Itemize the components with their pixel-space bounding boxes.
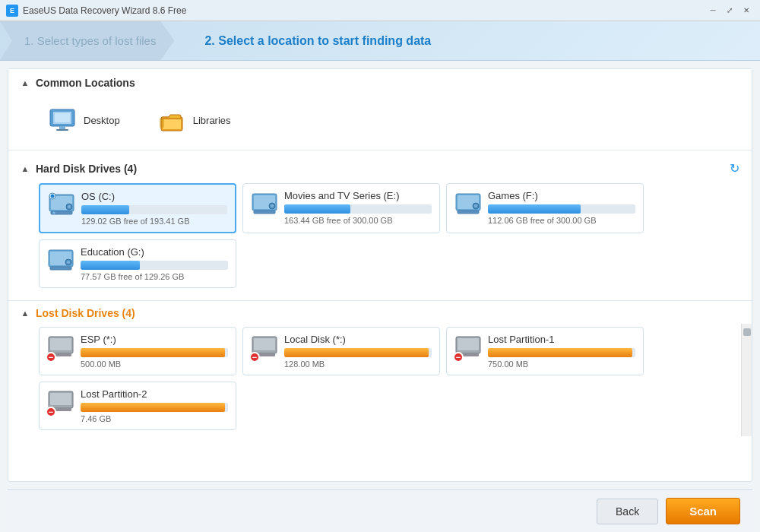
drive-esp-size: 500.00 MB: [81, 359, 228, 369]
lost-badge: −: [453, 352, 464, 363]
hdd-os-icon: [48, 191, 75, 218]
lost-esp-icon: −: [47, 334, 74, 361]
svg-point-11: [68, 205, 71, 208]
drive-esp-info: ESP (*:) 500.00 MB: [81, 334, 228, 369]
drive-games-f-info: Games (F:) 112.06 GB free of 300.00 GB: [488, 190, 635, 225]
svg-point-24: [474, 204, 477, 207]
lost-drives-scroll[interactable]: − ESP (*:) 500.00 MB: [8, 324, 741, 436]
libraries-icon: [158, 106, 185, 134]
lost-partition2-icon: −: [47, 388, 74, 416]
step1[interactable]: 1. Select types of lost files: [0, 21, 174, 60]
svg-point-29: [67, 261, 70, 264]
common-locations-toggle[interactable]: ▲: [21, 78, 30, 87]
svg-rect-25: [458, 211, 479, 214]
drive-local-info: Local Disk (*:) 128.00 MB: [284, 334, 432, 369]
drive-lost-partition2-info: Lost Partition-2 7.46 GB: [81, 388, 228, 423]
step2: 2. Select a location to start finding da…: [174, 21, 449, 60]
drive-lost-partition1-progress-bg: [488, 348, 635, 357]
lost-drives-grid: − ESP (*:) 500.00 MB: [8, 324, 741, 436]
drive-movies-e-info: Movies and TV Series (E:) 163.44 GB free…: [284, 190, 432, 225]
svg-point-13: [53, 212, 55, 214]
svg-rect-2: [59, 126, 65, 129]
lost-drives-toggle[interactable]: ▲: [21, 309, 30, 318]
scrollbar[interactable]: [741, 324, 752, 436]
drive-os-c-info: OS (C:) 129.02 GB free of 193.41 GB: [81, 191, 227, 226]
hdd-title: Hard Disk Drives (4): [36, 163, 137, 175]
close-button[interactable]: ✕: [739, 3, 754, 18]
common-locations-header: ▲ Common Locations: [8, 69, 752, 93]
drive-education-g[interactable]: Education (G:) 77.57 GB free of 129.26 G…: [39, 239, 236, 288]
hdd-movies-icon: [251, 190, 278, 217]
hdd-header: ▲ Hard Disk Drives (4) ↻: [8, 154, 752, 180]
minimize-button[interactable]: ─: [705, 3, 720, 18]
drive-esp-name: ESP (*:): [81, 334, 228, 345]
hdd-grid: OS (C:) 129.02 GB free of 193.41 GB: [8, 180, 752, 294]
drive-education-g-progress-fill: [81, 261, 140, 270]
drive-esp[interactable]: − ESP (*:) 500.00 MB: [39, 327, 236, 375]
drive-local-progress-fill: [284, 348, 429, 357]
content-scroll[interactable]: ▲ Common Locations Desktop: [8, 69, 752, 481]
footer: Back Scan: [8, 489, 752, 532]
drive-lost-partition1-size: 750.00 MB: [488, 359, 635, 369]
drive-lost-partition-1[interactable]: − Lost Partition-1 750.00 MB: [446, 327, 644, 375]
svg-rect-30: [50, 267, 71, 270]
drive-esp-progress-fill: [81, 348, 225, 357]
libraries-location[interactable]: Libraries: [148, 100, 241, 141]
hdd-education-icon: [47, 246, 74, 274]
drive-games-f-name: Games (F:): [488, 190, 635, 201]
drive-os-c-name: OS (C:): [81, 191, 227, 202]
svg-rect-6: [163, 119, 181, 129]
lost-local-icon: −: [251, 334, 278, 361]
drive-os-c[interactable]: OS (C:) 129.02 GB free of 193.41 GB: [39, 183, 236, 233]
drive-education-g-info: Education (G:) 77.57 GB free of 129.26 G…: [81, 246, 228, 281]
drive-local-name: Local Disk (*:): [284, 334, 432, 345]
libraries-label: Libraries: [193, 115, 231, 126]
lost-drives-title: Lost Disk Drives (4): [36, 307, 135, 319]
svg-point-19: [271, 204, 274, 207]
hdd-toggle[interactable]: ▲: [21, 164, 30, 173]
drive-lost-partition1-name: Lost Partition-1: [488, 334, 635, 345]
svg-rect-4: [55, 113, 70, 122]
drive-lost-partition2-progress-fill: [81, 403, 225, 412]
drive-lost-partition2-name: Lost Partition-2: [81, 388, 228, 400]
drive-lost-partition2-progress-bg: [81, 403, 228, 412]
common-locations-title: Common Locations: [36, 77, 135, 89]
drive-local[interactable]: − Local Disk (*:) 128.00 MB: [242, 327, 440, 375]
main-panel: ▲ Common Locations Desktop: [8, 68, 752, 482]
drive-education-g-progress-bg: [81, 261, 228, 270]
scroll-thumb[interactable]: [743, 328, 751, 336]
svg-rect-3: [56, 129, 68, 131]
hdd-games-icon: [454, 190, 482, 217]
refresh-button[interactable]: ↻: [730, 161, 739, 176]
drive-os-c-progress-bg: [81, 205, 227, 214]
drive-movies-e[interactable]: Movies and TV Series (E:) 163.44 GB free…: [242, 183, 440, 233]
drive-education-g-size: 77.57 GB free of 129.26 GB: [81, 272, 228, 281]
back-button[interactable]: Back: [597, 499, 658, 524]
stepbar: 1. Select types of lost files 2. Select …: [0, 21, 760, 61]
svg-rect-38: [458, 338, 479, 350]
drive-education-g-name: Education (G:): [81, 246, 228, 258]
lost-badge: −: [46, 407, 56, 417]
desktop-location[interactable]: Desktop: [39, 100, 130, 141]
drive-games-f[interactable]: Games (F:) 112.06 GB free of 300.00 GB: [446, 183, 644, 233]
titlebar: E EaseUS Data Recovery Wizard 8.6 Free ─…: [0, 0, 760, 21]
drive-lost-partition1-progress-fill: [488, 348, 632, 357]
svg-rect-7: [160, 119, 164, 128]
drive-games-f-size: 112.06 GB free of 300.00 GB: [488, 216, 635, 225]
desktop-label: Desktop: [84, 115, 120, 126]
drive-esp-progress-bg: [81, 348, 228, 357]
drive-local-size: 128.00 MB: [284, 359, 432, 369]
scan-button[interactable]: Scan: [666, 498, 740, 524]
desktop-icon: [49, 106, 76, 134]
drive-lost-partition-2[interactable]: − Lost Partition-2 7.46 GB: [39, 382, 236, 430]
drive-games-f-progress-bg: [488, 204, 635, 214]
drive-movies-e-progress-fill: [284, 204, 350, 214]
lost-drives-header: ▲ Lost Disk Drives (4): [8, 301, 752, 324]
drive-os-c-size: 129.02 GB free of 193.41 GB: [81, 217, 227, 226]
svg-rect-20: [254, 211, 275, 214]
lost-badge: −: [46, 352, 56, 363]
svg-rect-35: [254, 338, 275, 350]
lost-partition1-icon: −: [454, 334, 482, 361]
drive-os-c-progress-fill: [81, 205, 129, 214]
restore-button[interactable]: ⤢: [722, 3, 737, 18]
